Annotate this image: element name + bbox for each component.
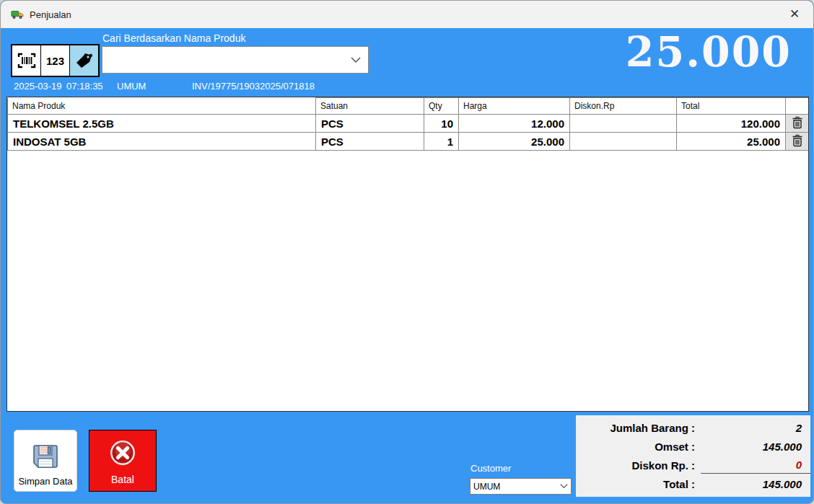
total-label: Total : <box>576 478 701 490</box>
delete-row-button[interactable] <box>786 115 809 133</box>
search-label: Cari Berdasarkan Nama Produk <box>102 32 245 44</box>
cell-qty: 10 <box>424 115 459 133</box>
cancel-button-label: Batal <box>111 474 134 485</box>
input-mode-button-group: 123 <box>11 44 100 77</box>
transaction-customer: UMUM <box>117 81 146 92</box>
save-button-label: Simpan Data <box>18 476 72 487</box>
cell-harga: 25.000 <box>459 133 570 151</box>
floppy-disk-icon <box>32 443 59 470</box>
summary-row-diskon: Diskon Rp. : 0 <box>576 456 810 474</box>
customer-combobox[interactable]: UMUM <box>470 478 572 495</box>
diskon-input[interactable]: 0 <box>701 456 810 474</box>
total-value: 145.000 <box>701 478 810 490</box>
cell-satuan: PCS <box>316 133 424 151</box>
invoice-number: INV/19775/19032025/071818 <box>192 81 315 92</box>
omset-label: Omset : <box>576 441 701 453</box>
header-harga: Harga <box>459 98 570 115</box>
customer-label: Customer <box>471 463 511 474</box>
chevron-down-icon <box>560 484 568 489</box>
header-total: Total <box>677 98 786 115</box>
title-bar: Penjualan ✕ <box>1 1 813 28</box>
header-actions <box>786 98 809 115</box>
barcode-icon <box>17 51 37 70</box>
items-table-panel: Nama Produk Satuan Qty Harga Diskon.Rp T… <box>6 97 809 412</box>
barcode-scan-button[interactable] <box>12 45 41 76</box>
chevron-down-icon <box>351 57 361 63</box>
summary-panel: Jumlah Barang : 2 Omset : 145.000 Diskon… <box>576 415 810 497</box>
trash-icon <box>792 116 803 129</box>
transaction-time: 07:18:35 <box>66 81 103 92</box>
save-button[interactable]: Simpan Data <box>14 430 77 492</box>
header-nama-produk: Nama Produk <box>8 98 316 115</box>
jumlah-barang-label: Jumlah Barang : <box>576 422 701 434</box>
close-button[interactable]: ✕ <box>780 2 809 25</box>
last-item-amount-display: 25.000 <box>626 30 792 75</box>
table-row[interactable]: TELKOMSEL 2.5GB PCS 10 12.000 120.000 <box>8 115 809 133</box>
table-header-row: Nama Produk Satuan Qty Harga Diskon.Rp T… <box>8 98 809 115</box>
cell-satuan: PCS <box>316 115 424 133</box>
diskon-label: Diskon Rp. : <box>576 459 701 472</box>
cell-nama: TELKOMSEL 2.5GB <box>8 115 316 133</box>
items-table: Nama Produk Satuan Qty Harga Diskon.Rp T… <box>7 97 809 151</box>
omset-value: 145.000 <box>701 441 810 453</box>
jumlah-barang-value: 2 <box>701 422 810 434</box>
cancel-circle-x-icon <box>109 439 136 467</box>
cell-qty: 1 <box>424 133 459 151</box>
window-title: Penjualan <box>30 9 71 20</box>
transaction-info-row: 2025-03-19 07:18:35 UMUM INV/19775/19032… <box>1 81 506 95</box>
header-qty: Qty <box>424 98 459 115</box>
cell-nama: INDOSAT 5GB <box>8 133 316 151</box>
summary-row-total: Total : 145.000 <box>576 474 810 493</box>
cell-diskon <box>570 115 677 133</box>
header-diskon: Diskon.Rp <box>570 98 677 115</box>
cell-harga: 12.000 <box>459 115 570 133</box>
price-tag-icon <box>74 51 95 70</box>
trash-icon <box>792 134 803 147</box>
numeric-entry-button[interactable]: 123 <box>40 45 70 76</box>
header-satuan: Satuan <box>316 98 424 115</box>
summary-row-jumlah-barang: Jumlah Barang : 2 <box>576 418 810 437</box>
table-row[interactable]: INDOSAT 5GB PCS 1 25.000 25.000 <box>8 133 809 151</box>
penjualan-window: Penjualan ✕ 123 Cari Berdasarkan <box>0 0 814 504</box>
summary-row-omset: Omset : 145.000 <box>576 437 810 456</box>
cell-diskon <box>570 133 677 151</box>
cancel-button[interactable]: Batal <box>89 430 157 492</box>
cell-total: 120.000 <box>677 115 786 133</box>
numeric-entry-label: 123 <box>46 55 64 67</box>
transaction-date: 2025-03-19 <box>14 81 62 92</box>
product-search-combobox[interactable] <box>102 46 369 74</box>
truck-icon <box>11 9 24 20</box>
customer-value: UMUM <box>473 482 560 492</box>
delete-row-button[interactable] <box>786 133 809 151</box>
cell-total: 25.000 <box>677 133 786 151</box>
price-tag-button[interactable] <box>69 45 99 76</box>
